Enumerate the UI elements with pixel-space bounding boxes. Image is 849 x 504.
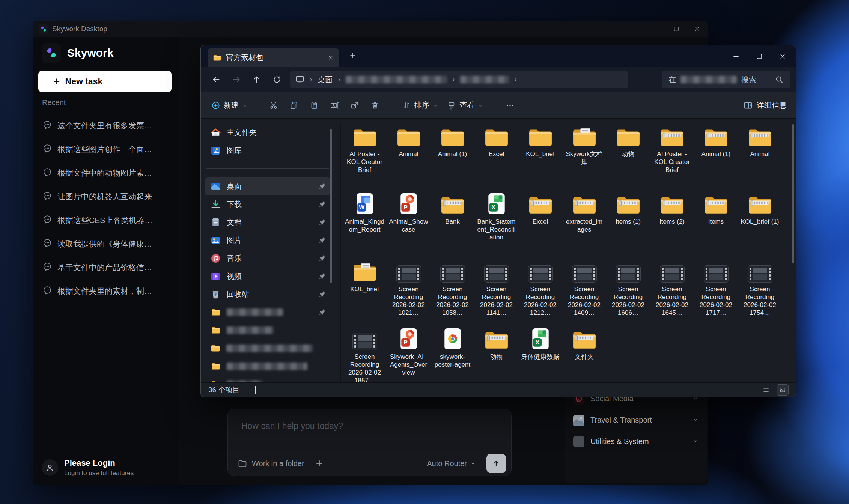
- list-view-button[interactable]: [760, 385, 772, 395]
- file-item[interactable]: Screen Recording 2026-02-02 1606…: [606, 259, 650, 327]
- nav-item[interactable]: [205, 357, 330, 375]
- recent-task-item[interactable]: 根据文件夹里的素材，制…: [33, 279, 179, 303]
- sort-button[interactable]: 排序: [397, 97, 443, 114]
- file-item[interactable]: P Skywork_AI_Agents_Overview: [387, 327, 431, 382]
- back-button[interactable]: [206, 72, 226, 87]
- refresh-button[interactable]: [267, 72, 287, 87]
- file-item[interactable]: KOL_brief: [518, 124, 562, 192]
- file-item[interactable]: Bank: [431, 192, 474, 259]
- file-item[interactable]: X Bank_Statement_Reconciliation: [474, 192, 518, 259]
- recent-task-item[interactable]: 根据这些图片创作一个面…: [33, 137, 179, 161]
- file-item[interactable]: Animal: [387, 124, 431, 192]
- file-icon: [484, 327, 509, 350]
- file-item[interactable]: X 身体健康数据: [518, 327, 562, 382]
- nav-item[interactable]: 音乐: [205, 249, 330, 267]
- recent-task-item[interactable]: 根据这些CES上各类机器…: [33, 208, 179, 232]
- copy-button[interactable]: [285, 97, 303, 114]
- file-item[interactable]: KOL_brief (1): [738, 192, 782, 259]
- recent-task-item[interactable]: 读取我提供的《身体健康…: [33, 232, 179, 256]
- file-item[interactable]: Screen Recording 2026-02-02 1717…: [694, 259, 738, 327]
- breadcrumb[interactable]: 桌面: [290, 71, 628, 88]
- recent-task-item[interactable]: 根据文件中的动物图片素…: [33, 161, 179, 185]
- recent-task-item[interactable]: 让图片中的机器人互动起来: [33, 185, 179, 208]
- file-item[interactable]: W Animal_Kingdom_Report: [343, 192, 387, 259]
- file-item[interactable]: Screen Recording 2026-02-02 1857…: [343, 327, 387, 382]
- new-button[interactable]: 新建: [208, 97, 251, 114]
- nav-item[interactable]: 桌面: [205, 177, 330, 195]
- tab-close-icon[interactable]: [328, 55, 334, 61]
- login-section[interactable]: Please Login Login to use full features: [42, 458, 134, 477]
- file-item[interactable]: Screen Recording 2026-02-02 1058…: [431, 259, 474, 327]
- chevron-right-icon: [308, 77, 314, 83]
- add-attachment-button[interactable]: [315, 459, 324, 468]
- file-item[interactable]: 动物: [606, 124, 650, 192]
- router-selector[interactable]: Auto Router: [427, 459, 476, 468]
- recent-task-item[interactable]: 基于文件中的产品价格信…: [33, 256, 179, 279]
- minimize-button[interactable]: [645, 21, 666, 37]
- explorer-tab[interactable]: 官方素材包: [208, 48, 339, 67]
- maximize-button[interactable]: [666, 21, 687, 37]
- more-options-button[interactable]: [501, 97, 519, 114]
- file-item[interactable]: Screen Recording 2026-02-02 1754…: [738, 259, 782, 327]
- file-item[interactable]: Skywork文档库: [562, 124, 606, 192]
- nav-item[interactable]: 下载: [205, 195, 330, 213]
- file-item[interactable]: P Animal_Showcase: [387, 192, 431, 259]
- nav-item[interactable]: 文档: [205, 213, 330, 231]
- file-item[interactable]: AI Poster - KOL Creator Brief: [343, 124, 387, 192]
- file-item[interactable]: skywork-poster-agent: [431, 327, 474, 382]
- category-row[interactable]: Travel & Transport: [565, 409, 707, 431]
- category-row[interactable]: Utilities & System: [565, 431, 707, 452]
- file-item[interactable]: AI Poster - KOL Creator Brief: [650, 124, 694, 192]
- nav-item[interactable]: [205, 375, 330, 382]
- file-item[interactable]: Excel: [474, 124, 518, 192]
- file-item[interactable]: Animal: [738, 124, 782, 192]
- close-button[interactable]: [771, 45, 794, 67]
- delete-button[interactable]: [366, 97, 384, 114]
- file-item[interactable]: Excel: [518, 192, 562, 259]
- breadcrumb-desktop[interactable]: 桌面: [318, 75, 333, 85]
- file-item[interactable]: Screen Recording 2026-02-02 1212…: [518, 259, 562, 327]
- chat-placeholder[interactable]: How can I help you today?: [241, 421, 343, 431]
- file-item[interactable]: Items (1): [606, 192, 650, 259]
- grid-scrollbar[interactable]: [792, 124, 794, 263]
- forward-button[interactable]: [226, 72, 247, 87]
- close-button[interactable]: [687, 21, 708, 37]
- send-button[interactable]: [486, 454, 506, 473]
- file-item[interactable]: extracted_images: [562, 192, 606, 259]
- paste-button[interactable]: [305, 97, 323, 114]
- nav-item[interactable]: 图片: [205, 231, 330, 249]
- details-pane-button[interactable]: 详细信息: [741, 97, 789, 114]
- nav-item[interactable]: [205, 339, 330, 357]
- file-item[interactable]: Items: [694, 192, 738, 259]
- view-button[interactable]: 查看: [443, 97, 488, 114]
- file-item[interactable]: KOL_brief: [343, 259, 387, 327]
- file-item[interactable]: Items (2): [650, 192, 694, 259]
- file-item[interactable]: Screen Recording 2026-02-02 1645…: [650, 259, 694, 327]
- nav-scrollbar[interactable]: [330, 129, 332, 283]
- thumbnail-view-button[interactable]: [777, 385, 788, 395]
- nav-item[interactable]: 主文件夹: [205, 123, 330, 141]
- rename-button[interactable]: [325, 97, 343, 114]
- new-tab-button[interactable]: [349, 51, 357, 60]
- new-task-button[interactable]: + New task: [38, 71, 172, 92]
- file-item[interactable]: 动物: [474, 327, 518, 382]
- nav-item[interactable]: [205, 321, 330, 339]
- maximize-button[interactable]: [748, 45, 771, 67]
- up-button[interactable]: [247, 72, 267, 87]
- search-box[interactable]: 在 搜索: [662, 71, 790, 88]
- cut-button[interactable]: [265, 97, 283, 114]
- nav-item[interactable]: 图库: [205, 141, 330, 159]
- recent-task-item[interactable]: 这个文件夹里有很多发票…: [33, 114, 179, 137]
- file-item[interactable]: Animal (1): [431, 124, 474, 192]
- nav-item[interactable]: 视频: [205, 267, 330, 285]
- nav-item[interactable]: [205, 303, 330, 321]
- file-item[interactable]: Screen Recording 2026-02-02 1021…: [387, 259, 431, 327]
- share-button[interactable]: [346, 97, 364, 114]
- file-item[interactable]: Screen Recording 2026-02-02 1141…: [474, 259, 518, 327]
- file-item[interactable]: Animal (1): [694, 124, 738, 192]
- file-item[interactable]: 文件夹: [562, 327, 606, 382]
- work-in-folder-button[interactable]: Work in a folder: [252, 459, 304, 468]
- file-item[interactable]: Screen Recording 2026-02-02 1409…: [562, 259, 606, 327]
- nav-item[interactable]: 回收站: [205, 285, 330, 303]
- minimize-button[interactable]: [724, 45, 748, 67]
